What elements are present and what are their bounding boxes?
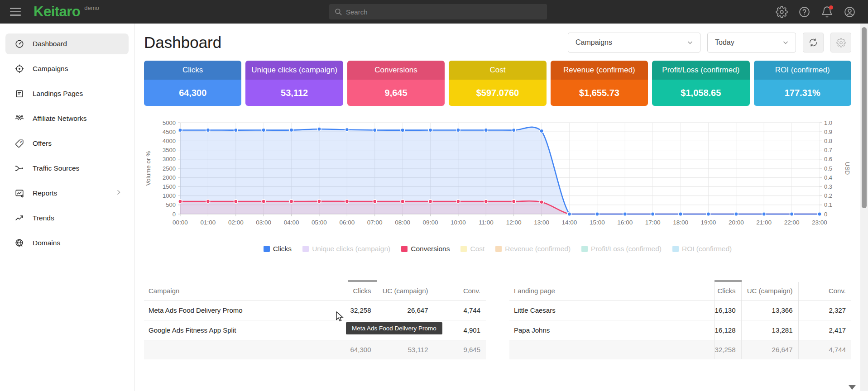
refresh-button[interactable] xyxy=(803,33,824,52)
sidebar-item-landings-pages[interactable]: Landings Pages xyxy=(5,83,129,104)
legend-swatch xyxy=(495,246,502,252)
stat-card-value: 9,645 xyxy=(347,80,445,106)
legend-label: Revenue (confirmed) xyxy=(505,245,571,253)
column-header-clicks[interactable]: Clicks xyxy=(348,281,377,300)
dashboard-settings-button[interactable] xyxy=(830,33,851,52)
row-value-cell: 16,128 xyxy=(714,320,741,340)
stat-card-label: Cost xyxy=(449,61,546,80)
column-header-uc-campaign[interactable]: UC (campaign) xyxy=(741,281,798,300)
sidebar-item-campaigns[interactable]: Campaigns xyxy=(5,58,129,79)
svg-text:05:00: 05:00 xyxy=(312,219,327,226)
campaign-row[interactable]: Meta Ads Food Delivery Promo32,25826,647… xyxy=(144,300,486,320)
legend-item-revenue-confirmed[interactable]: Revenue (confirmed) xyxy=(495,245,571,253)
sidebar-item-affiliate-networks[interactable]: Affiliate Networks xyxy=(5,108,129,129)
stat-card-profit-loss-confirmed: Profit/Loss (confirmed)$1,058.65 xyxy=(652,61,749,106)
trends-icon xyxy=(14,213,24,223)
row-value-cell: 13,366 xyxy=(741,300,798,320)
column-header-conv[interactable]: Conv. xyxy=(798,281,851,300)
column-header-landing-page[interactable]: Landing page xyxy=(509,281,714,300)
total-cell: 26,647 xyxy=(741,340,798,359)
row-value-cell: 2,417 xyxy=(798,320,851,340)
row-value-cell: 4,744 xyxy=(434,300,486,320)
topbar-icons xyxy=(776,0,856,24)
account-icon[interactable] xyxy=(844,6,856,18)
campaigns-filter-select[interactable]: Campaigns xyxy=(568,33,700,52)
stat-card-conversions: Conversions9,645 xyxy=(347,61,445,106)
svg-text:500: 500 xyxy=(166,201,176,208)
svg-text:01:00: 01:00 xyxy=(200,219,216,226)
total-cell: 64,300 xyxy=(348,340,377,359)
legend-item-unique-clicks-campaign[interactable]: Unique clicks (campaign) xyxy=(302,245,390,253)
stat-card-label: ROI (confirmed) xyxy=(754,61,851,80)
legend-item-cost[interactable]: Cost xyxy=(460,245,484,253)
main-header: Dashboard Campaigns Today xyxy=(144,33,851,52)
scroll-down-arrow-icon[interactable] xyxy=(849,385,856,390)
sidebar-item-label: Campaigns xyxy=(33,65,68,73)
landing-page-row[interactable]: Papa Johns16,12813,2812,417 xyxy=(509,320,851,340)
sidebar-item-reports[interactable]: Reports xyxy=(5,183,129,204)
legend-swatch xyxy=(401,246,408,252)
row-name-cell: Little Caesars xyxy=(509,300,714,320)
sidebar-item-dashboard[interactable]: Dashboard xyxy=(5,33,129,54)
campaigns-filter-value: Campaigns xyxy=(575,38,612,47)
svg-text:09:00: 09:00 xyxy=(423,219,438,226)
stat-card-clicks: Clicks64,300 xyxy=(144,61,241,106)
legend-swatch xyxy=(460,246,467,252)
summary-tables: CampaignClicksUC (campaign)Conv.Meta Ads… xyxy=(144,280,851,359)
legend-item-clicks[interactable]: Clicks xyxy=(264,245,292,253)
stat-card-label: Clicks xyxy=(144,61,241,80)
svg-text:4500: 4500 xyxy=(163,129,176,135)
svg-text:11:00: 11:00 xyxy=(479,219,494,226)
row-name-cell: Google Ads Fitness App Split xyxy=(144,320,348,340)
reports-icon xyxy=(14,188,24,198)
column-header-uc-campaign[interactable]: UC (campaign) xyxy=(377,281,434,300)
column-header-campaign[interactable]: Campaign xyxy=(144,281,348,300)
sidebar-item-domains[interactable]: Domains xyxy=(5,233,129,253)
hamburger-menu-icon[interactable] xyxy=(10,8,21,16)
svg-text:USD: USD xyxy=(844,162,851,175)
keitaro-dashboard-page: Keitaro demo DashboardCampaignsLandings … xyxy=(0,0,868,391)
legend-label: Unique clicks (campaign) xyxy=(312,245,390,253)
chevron-down-icon xyxy=(686,39,694,46)
totals-row: 64,30053,1129,645 xyxy=(144,340,486,359)
keitaro-logo[interactable]: Keitaro xyxy=(34,4,80,20)
sidebar-item-trends[interactable]: Trends xyxy=(5,208,129,229)
row-value-cell: 2,327 xyxy=(798,300,851,320)
chevron-down-icon xyxy=(782,39,789,46)
svg-text:03:00: 03:00 xyxy=(256,219,271,226)
help-icon[interactable] xyxy=(798,6,810,18)
svg-text:1000: 1000 xyxy=(163,192,176,199)
landing-pages-table: Landing pageClicksUC (campaign)Conv.Litt… xyxy=(509,280,851,359)
svg-text:0.2: 0.2 xyxy=(824,192,832,199)
search-input[interactable] xyxy=(346,8,547,16)
legend-item-roi-confirmed[interactable]: ROI (confirmed) xyxy=(672,245,732,253)
chart-legend: ClicksUnique clicks (campaign)Conversion… xyxy=(144,245,851,253)
row-value-cell: 32,258 xyxy=(348,300,377,320)
campaigns-table: CampaignClicksUC (campaign)Conv.Meta Ads… xyxy=(144,280,486,359)
search-icon xyxy=(334,8,342,16)
svg-text:0.8: 0.8 xyxy=(824,138,832,144)
page-scrollbar[interactable] xyxy=(860,24,868,391)
sidebar-item-label: Trends xyxy=(33,214,54,222)
svg-text:16:00: 16:00 xyxy=(617,219,633,226)
totals-row: 32,25826,6474,744 xyxy=(509,340,851,359)
legend-item-conversions[interactable]: Conversions xyxy=(401,245,450,253)
notifications-bell-icon[interactable] xyxy=(821,6,833,18)
sidebar-item-traffic-sources[interactable]: Traffic Sources xyxy=(5,158,129,179)
refresh-icon xyxy=(808,38,818,48)
notification-badge xyxy=(829,5,833,10)
legend-item-profit-loss-confirmed[interactable]: Profit/Loss (confirmed) xyxy=(581,245,662,253)
scrollbar-thumb[interactable] xyxy=(862,27,867,208)
sidebar-item-offers[interactable]: $Offers xyxy=(5,133,129,154)
date-range-select[interactable]: Today xyxy=(707,33,796,52)
svg-text:0.5: 0.5 xyxy=(824,165,832,172)
svg-text:0.6: 0.6 xyxy=(824,156,832,162)
traffic-chart-container: 0500100015002000250030003500400045005000… xyxy=(144,118,851,253)
column-header-conv[interactable]: Conv. xyxy=(434,281,486,300)
svg-text:1.0: 1.0 xyxy=(824,119,832,126)
legend-label: Profit/Loss (confirmed) xyxy=(591,245,662,253)
svg-text:22:00: 22:00 xyxy=(784,219,800,226)
column-header-clicks[interactable]: Clicks xyxy=(714,281,741,300)
settings-gear-icon[interactable] xyxy=(776,6,788,18)
landing-page-row[interactable]: Little Caesars16,13013,3662,327 xyxy=(509,300,851,320)
